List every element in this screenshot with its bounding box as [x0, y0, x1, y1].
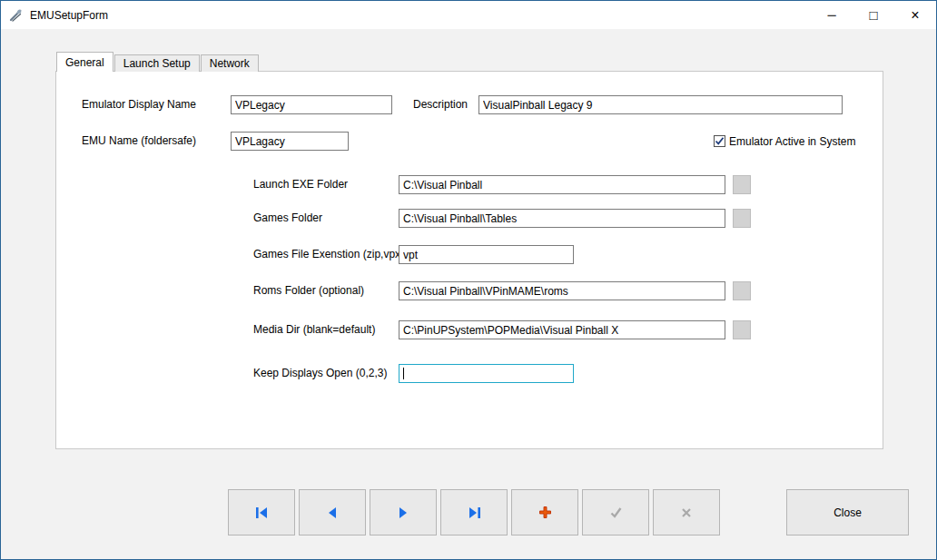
games-folder-input[interactable]	[399, 209, 725, 228]
games-folder-label: Games Folder	[253, 209, 322, 228]
games-ext-input[interactable]	[399, 245, 574, 264]
tab-launch-setup[interactable]: Launch Setup	[114, 54, 200, 72]
first-record-icon	[255, 506, 269, 519]
titlebar: EMUSetupForm ─ □ ×	[1, 1, 936, 29]
display-name-label: Emulator Display Name	[82, 95, 196, 114]
emulator-active-checkbox[interactable]: Emulator Active in System	[714, 132, 855, 151]
nav-insert-button[interactable]	[511, 489, 578, 535]
tab-general[interactable]: General	[56, 52, 113, 72]
nav-cancel-button[interactable]	[653, 489, 720, 535]
post-edit-icon	[609, 506, 623, 519]
close-window-button[interactable]: ×	[894, 1, 936, 29]
tools-icon	[9, 8, 24, 23]
description-input[interactable]	[478, 95, 843, 114]
close-window-icon: ×	[911, 7, 919, 24]
emulator-active-label: Emulator Active in System	[729, 135, 855, 148]
launch-exe-label: Launch EXE Folder	[253, 175, 348, 194]
cancel-edit-icon	[680, 506, 693, 519]
tab-strip: General Launch Setup Network	[56, 52, 260, 72]
games-folder-browse-button[interactable]	[733, 209, 751, 228]
general-tab-panel: Emulator Display Name Description EMU Na…	[55, 71, 883, 449]
emusetup-window: EMUSetupForm ─ □ × General Launch Setup …	[0, 0, 937, 560]
emu-name-input[interactable]	[231, 132, 349, 151]
roms-folder-input[interactable]	[399, 281, 725, 300]
window-controls: ─ □ ×	[811, 1, 936, 29]
description-label: Description	[413, 95, 468, 114]
minimize-button[interactable]: ─	[811, 1, 853, 29]
text-caret	[403, 368, 404, 379]
maximize-icon: □	[869, 7, 877, 23]
checkbox-check-icon	[715, 136, 725, 146]
prior-record-icon	[326, 506, 339, 519]
nav-first-button[interactable]	[228, 489, 295, 535]
launch-exe-browse-button[interactable]	[733, 175, 751, 194]
media-dir-label: Media Dir (blank=default)	[253, 320, 375, 339]
checkbox-box	[714, 135, 725, 147]
last-record-icon	[468, 506, 481, 519]
display-name-input[interactable]	[231, 95, 392, 114]
minimize-icon: ─	[827, 8, 835, 22]
nav-prior-button[interactable]	[299, 489, 366, 535]
roms-folder-browse-button[interactable]	[733, 281, 751, 300]
keep-displays-input[interactable]	[399, 364, 574, 383]
close-button[interactable]: Close	[786, 489, 909, 535]
window-title: EMUSetupForm	[30, 9, 108, 22]
roms-folder-label: Roms Folder (optional)	[253, 281, 364, 300]
nav-post-button[interactable]	[582, 489, 649, 535]
next-record-icon	[397, 506, 409, 519]
games-ext-label: Games File Exenstion (zip,vpx)	[253, 245, 404, 264]
nav-next-button[interactable]	[370, 489, 437, 535]
insert-record-icon	[538, 506, 552, 519]
nav-last-button[interactable]	[440, 489, 508, 535]
media-dir-input[interactable]	[399, 320, 725, 339]
maximize-button[interactable]: □	[853, 1, 894, 29]
tab-network[interactable]: Network	[201, 54, 259, 72]
launch-exe-input[interactable]	[399, 175, 725, 194]
emu-name-label: EMU Name (foldersafe)	[82, 132, 196, 151]
keep-displays-label: Keep Displays Open (0,2,3)	[253, 364, 387, 383]
close-button-label: Close	[833, 506, 862, 519]
media-dir-browse-button[interactable]	[733, 320, 751, 339]
